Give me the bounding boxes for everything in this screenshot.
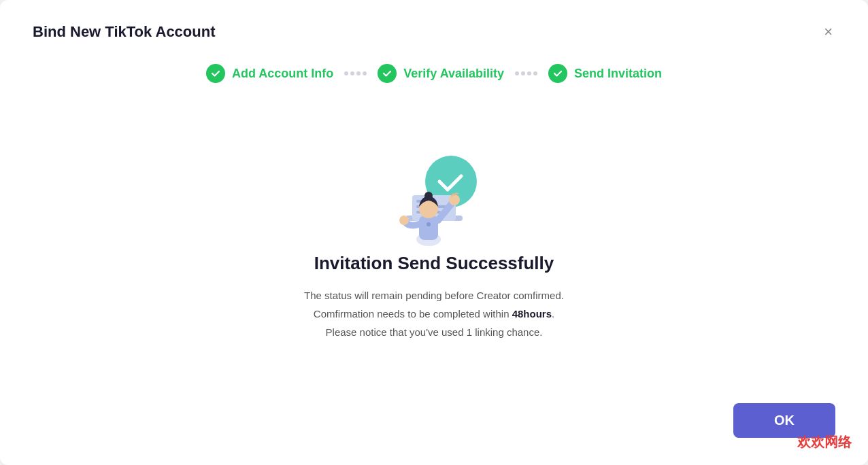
desc-line-2-post: .	[552, 308, 554, 320]
svg-point-8	[427, 222, 431, 226]
main-content: Invitation Send Successfully The status …	[33, 116, 835, 390]
step-divider-1	[344, 71, 367, 75]
desc-line-2-pre: Comfirmation needs to be completed withi…	[314, 308, 512, 320]
step-divider-2	[515, 71, 537, 75]
desc-line-1: The status will remain pending before Cr…	[304, 290, 564, 301]
step-1-icon	[206, 64, 225, 83]
desc-line-3: Please notice that you've used 1 linking…	[326, 326, 543, 338]
ok-button[interactable]: OK	[733, 403, 835, 438]
step-3-icon	[548, 64, 567, 83]
step-2-icon	[378, 64, 397, 83]
step-2: Verify Availability	[378, 64, 504, 83]
step-1: Add Account Info	[206, 64, 333, 83]
close-button[interactable]: ×	[821, 22, 835, 42]
success-illustration	[380, 151, 488, 253]
step-3: Send Invitation	[548, 64, 662, 83]
success-description: The status will remain pending before Cr…	[304, 286, 564, 341]
stepper: Add Account Info Verify Availability	[33, 64, 835, 83]
dialog-header: Bind New TikTok Account ×	[33, 22, 835, 42]
bind-tiktok-dialog: Bind New TikTok Account × Add Account In…	[0, 0, 868, 465]
step-2-label: Verify Availability	[403, 67, 504, 81]
svg-point-10	[424, 192, 433, 200]
step-1-label: Add Account Info	[232, 67, 333, 81]
success-title: Invitation Send Successfully	[314, 253, 554, 274]
svg-point-11	[449, 194, 460, 205]
step-3-label: Send Invitation	[574, 67, 662, 81]
dialog-footer: OK	[33, 390, 835, 438]
desc-bold: 48hours	[512, 308, 552, 320]
dialog-title: Bind New TikTok Account	[33, 23, 216, 41]
